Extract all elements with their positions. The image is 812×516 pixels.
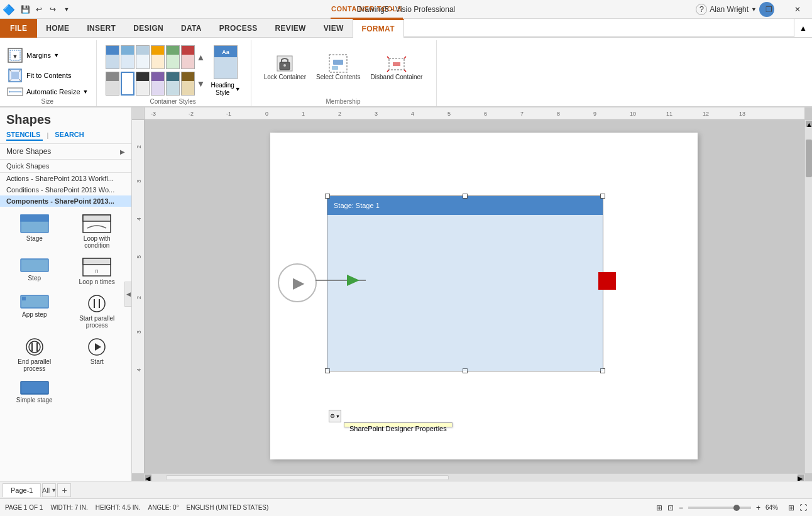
view-normal-icon[interactable]: ⊞ <box>656 503 662 512</box>
red-stop-shape[interactable] <box>598 272 616 290</box>
tab-view[interactable]: VIEW <box>315 19 353 38</box>
svg-rect-18 <box>333 60 343 65</box>
components-stencil-item[interactable]: Components - SharePoint 2013... <box>0 195 131 207</box>
style-swatch-9[interactable] <box>136 72 150 96</box>
shape-start-parallel[interactable]: Start parallel process <box>68 292 127 331</box>
shape-step[interactable]: Step <box>5 255 64 288</box>
ribbon-collapse-icon[interactable]: ▲ <box>794 19 812 37</box>
smart-tag-button[interactable]: ⚙ ▼ <box>329 410 341 422</box>
style-swatch-6[interactable] <box>181 45 195 69</box>
svg-line-22 <box>404 57 406 58</box>
margins-dropdown-icon: ▼ <box>53 52 59 58</box>
style-swatch-5[interactable] <box>166 45 180 69</box>
canvas-area: -3 -2 -1 0 1 2 3 4 5 6 7 8 9 10 11 12 13 <box>132 107 812 481</box>
shapes-collapse-button[interactable]: ◀ <box>124 282 132 307</box>
svg-text:2: 2 <box>136 296 142 299</box>
page-1-tab[interactable]: Page-1 <box>3 483 41 497</box>
canvas-content: Stage: Stage 1 ⚙ ▼ SharePoint Designer P… <box>145 120 804 473</box>
sel-handle-tr[interactable] <box>600 194 605 199</box>
shape-stage[interactable]: Stage <box>5 212 64 251</box>
zoom-slider[interactable] <box>688 507 751 509</box>
tab-data[interactable]: DATA <box>172 19 211 38</box>
quick-shapes-item[interactable]: Quick Shapes <box>0 160 131 173</box>
vertical-scrollbar[interactable]: ▲ <box>804 120 812 473</box>
svg-text:3: 3 <box>375 111 378 117</box>
scroll-up-arrow[interactable]: ▲ <box>806 121 812 127</box>
full-screen-icon[interactable]: ⛶ <box>799 503 807 512</box>
shape-start[interactable]: Start <box>68 335 127 375</box>
angle-status: ANGLE: 0° <box>148 504 179 511</box>
horizontal-scrollbar[interactable]: ◀ ▶ <box>145 473 804 481</box>
restore-button[interactable]: ❐ <box>754 0 783 19</box>
lock-container-button[interactable]: Lock Container <box>260 45 310 89</box>
shape-loop[interactable]: Loop with condition <box>68 212 127 251</box>
ruler-horizontal: -3 -2 -1 0 1 2 3 4 5 6 7 8 9 10 11 12 13 <box>145 107 804 120</box>
svg-text:0: 0 <box>265 111 268 117</box>
sel-handle-tm[interactable] <box>463 194 468 199</box>
tab-review[interactable]: REVIEW <box>266 19 315 38</box>
scroll-right-arrow[interactable]: ▶ <box>798 475 804 481</box>
disband-container-button[interactable]: Disband Container <box>367 45 427 89</box>
tab-file[interactable]: FILE <box>0 19 37 38</box>
style-swatch-11[interactable] <box>166 72 180 96</box>
undo-button[interactable]: ↩ <box>33 3 45 16</box>
zoom-slider-thumb[interactable] <box>733 505 740 511</box>
zoom-level[interactable]: 64% <box>765 504 783 511</box>
close-button[interactable]: ✕ <box>783 0 812 19</box>
scroll-thumb-v[interactable] <box>806 140 812 177</box>
shape-app-step[interactable]: App step <box>5 292 64 331</box>
style-scroll-down[interactable]: ▼ <box>196 72 206 96</box>
zoom-in-icon[interactable]: + <box>756 503 760 512</box>
save-button[interactable]: 💾 <box>19 3 31 16</box>
shape-simple-stage[interactable]: Simple stage <box>5 378 64 406</box>
scroll-left-arrow[interactable]: ◀ <box>145 475 151 481</box>
tab-home[interactable]: HOME <box>37 19 78 38</box>
tab-format[interactable]: FORMAT <box>353 19 404 38</box>
minimize-button[interactable]: ─ <box>725 0 754 19</box>
tab-insert[interactable]: INSERT <box>78 19 124 38</box>
scroll-thumb-h[interactable] <box>166 475 449 480</box>
page-view-icon[interactable]: ⊞ <box>788 503 794 512</box>
style-swatch-10[interactable] <box>151 72 165 96</box>
redo-button[interactable]: ↪ <box>47 3 59 16</box>
style-swatch-1[interactable] <box>106 45 119 69</box>
shapes-tabs: STENCILS | SEARCH <box>6 129 125 141</box>
shapes-title: Shapes <box>6 113 125 127</box>
style-swatch-2[interactable] <box>121 45 134 69</box>
svg-line-23 <box>387 70 389 72</box>
style-swatch-3[interactable] <box>136 45 150 69</box>
svg-rect-32 <box>83 258 111 265</box>
style-swatch-4[interactable] <box>151 45 165 69</box>
shape-loop-n[interactable]: n Loop n times <box>68 255 127 288</box>
conditions-stencil-item[interactable]: Conditions - SharePoint 2013 Wo... <box>0 184 131 195</box>
all-pages-button[interactable]: All ▼ <box>42 483 56 497</box>
zoom-out-icon[interactable]: − <box>679 503 683 512</box>
style-swatch-12[interactable] <box>181 72 195 96</box>
style-swatch-8[interactable] <box>121 72 134 96</box>
add-page-button[interactable]: + <box>57 483 71 497</box>
heading-style-dropdown[interactable]: ▼ <box>235 86 241 92</box>
stencils-tab[interactable]: STENCILS <box>6 129 43 141</box>
style-swatch-7[interactable] <box>106 72 119 96</box>
heading-style-button[interactable]: Aa HeadingStyle ▼ <box>211 45 241 97</box>
more-shapes-item[interactable]: More Shapes ▶ <box>0 144 131 160</box>
end-parallel-icon <box>25 338 44 356</box>
search-tab[interactable]: SEARCH <box>52 129 86 141</box>
smart-tag-icon: ⚙ <box>330 413 335 419</box>
automatic-resize-button[interactable]: Automatic Resize ▼ <box>6 87 89 97</box>
margins-button[interactable]: ▼ Margins ▼ <box>6 47 89 64</box>
quick-access-dropdown[interactable]: ▼ <box>60 3 73 16</box>
tab-process[interactable]: PROCESS <box>211 19 266 38</box>
tab-design[interactable]: DESIGN <box>124 19 172 38</box>
shape-end-parallel[interactable]: End parallel process <box>5 335 64 375</box>
actions-stencil-item[interactable]: Actions - SharePoint 2013 Workfl... <box>0 173 131 184</box>
sel-handle-tl[interactable] <box>325 194 330 199</box>
fit-page-icon[interactable]: ⊡ <box>667 503 674 512</box>
play-button-shape[interactable]: ▶ <box>278 263 317 302</box>
loop-n-shape-icon: n <box>82 258 111 277</box>
style-scroll-up[interactable]: ▲ <box>196 45 206 69</box>
fit-to-contents-button[interactable]: Fit to Contents <box>6 67 89 84</box>
container-style-selector[interactable]: ▲ ▼ <box>106 45 206 96</box>
help-icon[interactable]: ? <box>696 4 707 15</box>
select-contents-button[interactable]: Select Contents <box>312 45 365 89</box>
